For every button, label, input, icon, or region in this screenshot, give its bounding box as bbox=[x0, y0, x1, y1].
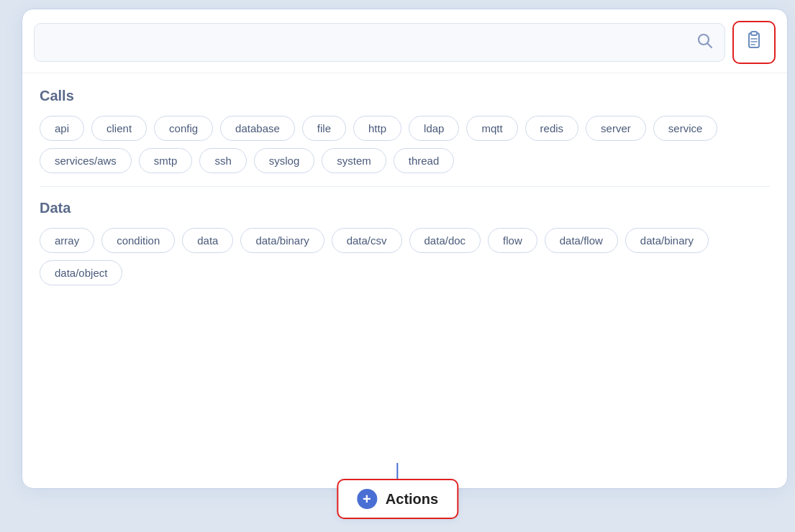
tag-pill[interactable]: data/flow bbox=[545, 228, 618, 253]
tag-pill[interactable]: file bbox=[302, 116, 346, 141]
tag-pill[interactable]: data/object bbox=[40, 260, 122, 285]
page-wrapper: Calls apiclientconfigdatabasefilehttplda… bbox=[0, 0, 795, 532]
panel-content: Calls apiclientconfigdatabasefilehttplda… bbox=[22, 73, 787, 488]
tag-pill[interactable]: ldap bbox=[409, 116, 459, 141]
actions-label: Actions bbox=[386, 491, 438, 508]
tag-pill[interactable]: array bbox=[40, 228, 94, 253]
actions-plus-icon: + bbox=[357, 489, 377, 509]
calls-section: Calls apiclientconfigdatabasefilehttplda… bbox=[40, 88, 770, 173]
tag-pill[interactable]: database bbox=[220, 116, 295, 141]
calls-section-title: Calls bbox=[40, 88, 770, 104]
tag-pill[interactable]: data/csv bbox=[332, 228, 402, 253]
tag-pill[interactable]: data/binary bbox=[625, 228, 709, 253]
tag-pill[interactable]: client bbox=[91, 116, 147, 141]
tag-pill[interactable]: flow bbox=[488, 228, 537, 253]
search-icon bbox=[696, 32, 713, 53]
actions-area: + Actions bbox=[337, 463, 458, 519]
tag-pill[interactable]: data/doc bbox=[409, 228, 481, 253]
data-tags-row: arrayconditiondatadata/binarydata/csvdat… bbox=[40, 228, 770, 285]
tag-pill[interactable]: data/binary bbox=[240, 228, 324, 253]
tag-pill[interactable]: condition bbox=[101, 228, 175, 253]
tag-pill[interactable]: api bbox=[40, 116, 84, 141]
actions-button[interactable]: + Actions bbox=[337, 479, 458, 519]
section-divider bbox=[40, 186, 770, 187]
tag-pill[interactable]: redis bbox=[525, 116, 579, 141]
clipboard-icon bbox=[743, 29, 765, 56]
tag-pill[interactable]: syslog bbox=[254, 148, 315, 173]
tag-pill[interactable]: thread bbox=[394, 148, 455, 173]
tag-pill[interactable]: data bbox=[182, 228, 233, 253]
tag-pill[interactable]: mqtt bbox=[466, 116, 517, 141]
tag-pill[interactable]: server bbox=[586, 116, 646, 141]
tag-pill[interactable]: services/aws bbox=[40, 148, 132, 173]
search-row bbox=[22, 9, 787, 73]
calls-tags-row: apiclientconfigdatabasefilehttpldapmqttr… bbox=[40, 116, 770, 173]
tag-pill[interactable]: config bbox=[154, 116, 213, 141]
data-section: Data arrayconditiondatadata/binarydata/c… bbox=[40, 200, 770, 285]
actions-connector bbox=[396, 463, 399, 479]
tag-pill[interactable]: ssh bbox=[199, 148, 246, 173]
search-input[interactable] bbox=[46, 36, 696, 49]
tag-pill[interactable]: http bbox=[353, 116, 401, 141]
tag-pill[interactable]: system bbox=[322, 148, 386, 173]
data-section-title: Data bbox=[40, 200, 770, 216]
svg-rect-3 bbox=[751, 32, 757, 35]
modal-panel: Calls apiclientconfigdatabasefilehttplda… bbox=[22, 9, 788, 489]
search-input-wrap[interactable] bbox=[34, 23, 725, 62]
clipboard-button[interactable] bbox=[732, 21, 776, 64]
tag-pill[interactable]: service bbox=[653, 116, 718, 141]
svg-line-1 bbox=[708, 44, 712, 48]
tag-pill[interactable]: smtp bbox=[139, 148, 193, 173]
